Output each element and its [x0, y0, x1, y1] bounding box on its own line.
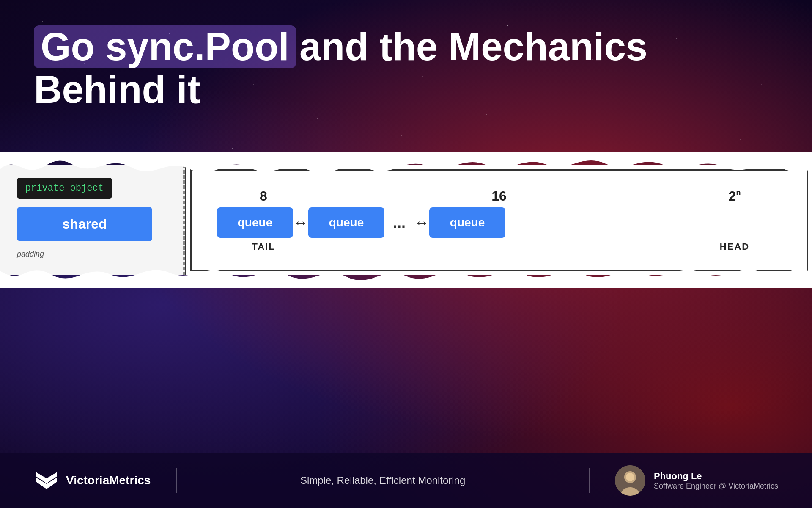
queue-box-2: queue: [308, 207, 384, 238]
arrow-2: ↔: [414, 214, 429, 232]
right-panel: 8 16 2n queue ↔ queue ... ↔ queue: [190, 169, 808, 271]
footer: VictoriaMetrics Simple, Reliable, Effici…: [0, 453, 812, 508]
footer-divider-1: [176, 468, 177, 493]
arrow-1: ↔: [293, 214, 308, 232]
queue-box-1: queue: [217, 207, 293, 238]
avatar-image: [615, 465, 645, 496]
footer-tagline: Simple, Reliable, Efficient Monitoring: [202, 475, 563, 486]
title-line-1: Go sync.Pool and the Mechanics: [34, 25, 778, 68]
title-highlight: Go sync.Pool: [34, 25, 296, 68]
svg-point-3: [626, 473, 634, 481]
torn-edge-bottom: [0, 258, 812, 288]
superscript-n: n: [736, 188, 741, 204]
padding-label: padding: [17, 250, 168, 259]
number-8-slot: 8: [217, 188, 310, 204]
number-16: 16: [491, 188, 507, 204]
number-16-slot: 16: [310, 188, 688, 204]
number-8: 8: [260, 188, 267, 204]
torn-edge-top: [0, 152, 812, 182]
queue-box-3: queue: [429, 207, 505, 238]
vm-logo-icon: [34, 470, 59, 491]
shared-box: shared: [17, 207, 152, 241]
number-2n-slot: 2n: [688, 188, 781, 204]
company-name: VictoriaMetrics: [66, 474, 151, 487]
author-title: Software Engineer @ VictoriaMetrics: [654, 482, 778, 491]
logo-area: VictoriaMetrics: [34, 470, 151, 491]
title-rest: and the Mechanics: [299, 25, 647, 68]
queue-items-row: queue ↔ queue ... ↔ queue: [208, 207, 790, 238]
footer-divider-2: [589, 468, 590, 493]
tail-label: TAIL: [217, 241, 310, 252]
number-2: 2: [729, 188, 736, 204]
torn-paper-area: private object shared padding 8 16: [0, 152, 812, 288]
author-area: Phuong Le Software Engineer @ VictoriaMe…: [615, 465, 778, 496]
queue-numbers-row: 8 16 2n: [208, 188, 790, 204]
author-name: Phuong Le: [654, 471, 778, 482]
title-section: Go sync.Pool and the Mechanics Behind it: [34, 25, 778, 111]
author-info: Phuong Le Software Engineer @ VictoriaMe…: [654, 471, 778, 491]
queue-diagram: 8 16 2n queue ↔ queue ... ↔ queue: [208, 188, 790, 252]
title-line-2: Behind it: [34, 68, 778, 111]
author-avatar: [615, 465, 645, 496]
tail-head-row: TAIL HEAD: [208, 238, 790, 252]
dots: ...: [393, 214, 406, 232]
head-label: HEAD: [688, 241, 781, 252]
